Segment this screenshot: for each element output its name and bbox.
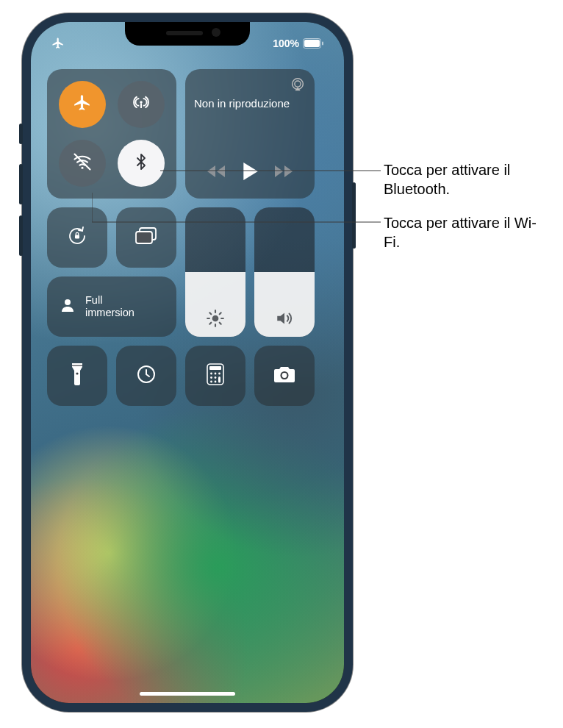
notch bbox=[125, 22, 250, 46]
status-airplane-icon bbox=[51, 37, 65, 50]
orientation-lock-icon bbox=[65, 224, 90, 251]
svg-rect-24 bbox=[218, 377, 220, 383]
callout-wifi: Tocca per attivare il Wi-Fi. bbox=[384, 213, 553, 251]
flashlight-button[interactable] bbox=[47, 346, 107, 406]
mute-switch bbox=[19, 124, 23, 144]
home-indicator[interactable] bbox=[140, 692, 235, 696]
callout-bluetooth-text: Tocca per attivare il Bluetooth. bbox=[384, 162, 510, 197]
cellular-data-toggle[interactable] bbox=[118, 81, 165, 128]
svg-point-3 bbox=[140, 101, 142, 103]
bluetooth-toggle[interactable] bbox=[118, 140, 165, 187]
svg-point-11 bbox=[212, 315, 219, 322]
svg-rect-1 bbox=[304, 40, 320, 47]
airplay-icon[interactable] bbox=[290, 76, 306, 96]
forward-button[interactable] bbox=[273, 163, 294, 182]
svg-rect-13 bbox=[72, 365, 82, 366]
volume-icon bbox=[254, 309, 315, 328]
calculator-icon bbox=[207, 363, 224, 388]
svg-point-18 bbox=[215, 373, 217, 375]
svg-point-17 bbox=[210, 373, 212, 375]
svg-point-10 bbox=[65, 299, 71, 305]
svg-point-4 bbox=[81, 167, 83, 169]
rewind-button[interactable] bbox=[206, 163, 226, 182]
connectivity-module[interactable] bbox=[47, 69, 176, 199]
airplane-icon bbox=[73, 93, 92, 115]
media-title: Non in riproduzione bbox=[194, 97, 306, 110]
antenna-icon bbox=[132, 93, 151, 115]
svg-rect-16 bbox=[209, 366, 221, 370]
svg-rect-9 bbox=[136, 232, 152, 243]
timer-icon bbox=[135, 363, 157, 388]
callout-bluetooth-leader bbox=[160, 170, 381, 171]
svg-point-12 bbox=[76, 372, 78, 374]
status-battery-text: 100% bbox=[273, 38, 299, 49]
focus-person-icon bbox=[59, 296, 76, 317]
airplane-mode-toggle[interactable] bbox=[59, 81, 106, 128]
svg-rect-7 bbox=[75, 235, 79, 239]
focus-label: Full immersion bbox=[85, 294, 135, 318]
callout-bluetooth: Tocca per attivare il Bluetooth. bbox=[384, 160, 553, 199]
callout-wifi-leader bbox=[92, 193, 382, 224]
brightness-icon bbox=[185, 309, 245, 328]
play-button[interactable] bbox=[242, 162, 258, 184]
timer-button[interactable] bbox=[116, 346, 176, 406]
volume-up-btn bbox=[19, 164, 23, 204]
bluetooth-icon bbox=[132, 153, 150, 174]
callout-wifi-text: Tocca per attivare il Wi-Fi. bbox=[384, 215, 537, 250]
svg-point-6 bbox=[295, 81, 301, 87]
volume-slider[interactable] bbox=[254, 207, 315, 337]
camera-icon bbox=[273, 365, 296, 387]
battery-icon bbox=[303, 38, 323, 49]
volume-down-btn bbox=[19, 215, 23, 256]
screen-mirroring-icon bbox=[134, 226, 159, 249]
svg-point-20 bbox=[210, 377, 212, 379]
calculator-button[interactable] bbox=[185, 346, 245, 406]
media-module[interactable]: Non in riproduzione bbox=[185, 69, 315, 199]
svg-point-26 bbox=[282, 373, 287, 378]
camera-button[interactable] bbox=[254, 346, 315, 406]
focus-mode-button[interactable]: Full immersion bbox=[47, 276, 176, 337]
brightness-slider[interactable] bbox=[185, 207, 245, 337]
wifi-toggle[interactable] bbox=[59, 140, 106, 187]
svg-point-23 bbox=[215, 381, 217, 383]
flashlight-icon bbox=[71, 363, 84, 389]
wifi-off-icon bbox=[72, 151, 93, 175]
svg-rect-2 bbox=[322, 42, 323, 46]
svg-point-21 bbox=[215, 377, 217, 379]
iphone-device-frame: 100% bbox=[22, 13, 353, 712]
svg-point-19 bbox=[218, 373, 220, 375]
control-center: Non in riproduzione bbox=[47, 69, 328, 406]
svg-point-22 bbox=[210, 381, 212, 383]
